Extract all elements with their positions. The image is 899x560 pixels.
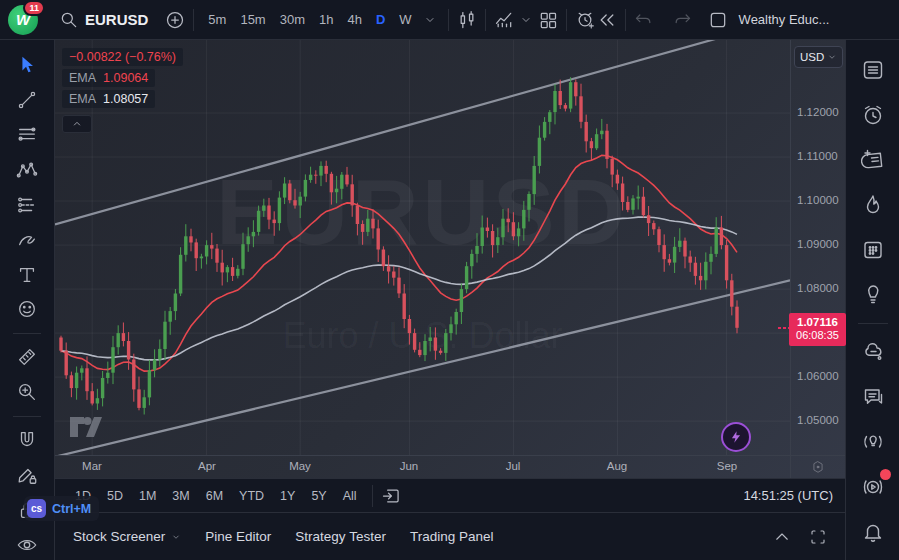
interval-1h[interactable]: 1h [312,8,340,31]
tradingview-logo-watermark [69,416,103,442]
shortcut-overlay: cs Ctrl+M [24,496,99,521]
fullscreen-icon[interactable] [807,526,829,548]
magnet-tool[interactable] [8,425,46,456]
currency-label: USD [800,51,824,63]
interval-1d[interactable]: D [369,8,392,31]
divider [485,9,486,31]
calendar-icon[interactable] [853,230,893,270]
range-5d[interactable]: 5D [99,486,131,506]
zoom-in-tool[interactable] [8,377,46,408]
symbol-search-button[interactable]: EURUSD [52,5,154,35]
streams-icon[interactable] [853,467,893,507]
text-tool[interactable] [8,259,46,290]
go-to-date-icon[interactable] [380,485,402,507]
notifications-bell-icon[interactable] [853,512,893,552]
journal-icon[interactable] [853,140,893,180]
range-1y[interactable]: 1Y [272,486,303,506]
interval-menu-chevron-icon[interactable] [419,9,441,31]
range-3m[interactable]: 3M [164,486,197,506]
tab-label: Trading Panel [410,529,494,544]
emoji-tool[interactable] [8,294,46,325]
ideas-lightbulb-icon[interactable] [853,275,893,315]
hide-drawings-tool[interactable] [8,529,46,560]
ema-slow-row[interactable]: EMA 1.08057 [62,90,155,108]
live-ideas-icon[interactable] [853,422,893,462]
tab-trading-panel[interactable]: Trading Panel [398,523,506,550]
divider [372,485,373,507]
interval-5m[interactable]: 5m [201,8,233,31]
range-all[interactable]: All [335,486,365,506]
extension-flash-badge[interactable] [721,422,751,452]
shortcut-text: Ctrl+M [52,502,91,516]
trend-line-tool[interactable] [8,85,46,116]
layout-grid-icon[interactable] [537,9,559,31]
chat-icon[interactable] [853,377,893,417]
chart-area[interactable]: EURUSD Euro / U.S. Dollar −0.00822 (−0.7… [55,40,845,478]
interval-4h[interactable]: 4h [340,8,368,31]
clock-utc[interactable]: 14:51:25 (UTC) [743,488,833,503]
panel-collapse-chevron-icon[interactable] [771,526,793,548]
currency-selector[interactable]: USD [794,46,843,68]
drawing-toolbar [0,40,55,560]
alerts-clock-icon[interactable] [853,95,893,135]
divider [13,416,41,417]
price-tick-label: 1.11000 [797,150,838,162]
tab-label: Strategy Tester [295,529,386,544]
range-6m[interactable]: 6M [198,486,231,506]
layout-name[interactable]: Wealthy Educ... [739,12,830,27]
month-tick-label: Aug [607,460,627,472]
cs-extension-badge: cs [27,499,46,518]
price-axis[interactable]: USD 1.050001.060001.070001.080001.090001… [790,40,845,455]
price-change-row[interactable]: −0.00822 (−0.76%) [62,48,183,66]
gear-icon [807,456,829,478]
watchlist-icon[interactable] [853,50,893,90]
ema-fast-label: EMA [69,71,96,85]
interval-1w[interactable]: W [392,8,418,31]
indicators-icon[interactable] [493,9,515,31]
notification-count-badge: 11 [23,0,45,16]
ema-fast-row[interactable]: EMA 1.09064 [62,69,155,87]
interval-30m[interactable]: 30m [273,8,312,31]
last-price-value: 1.07116 [789,315,846,329]
legend-collapse-button[interactable] [62,115,92,133]
symbol-name: EURUSD [85,11,148,28]
chart-style-candles-icon[interactable] [456,9,478,31]
range-1m[interactable]: 1M [131,486,164,506]
price-tick-label: 1.05000 [797,414,839,426]
search-icon [58,9,80,31]
price-tick-label: 1.09000 [797,238,839,250]
xabcd-pattern-tool[interactable] [8,155,46,186]
range-ytd[interactable]: YTD [231,486,272,506]
undo-icon[interactable] [633,9,655,31]
price-change-value: −0.00822 (−0.76%) [69,50,176,64]
save-layout-icon[interactable] [707,9,729,31]
minds-cloud-icon[interactable] [853,332,893,372]
create-alert-icon[interactable] [574,9,596,31]
prediction-tool[interactable] [8,189,46,220]
time-axis[interactable]: MarAprMayJunJulAugSep [55,455,790,478]
fib-retracement-tool[interactable] [8,120,46,151]
cursor-tool[interactable] [8,50,46,81]
tab-stock-screener[interactable]: Stock Screener [61,523,193,550]
interval-15m[interactable]: 15m [233,8,272,31]
tab-label: Stock Screener [73,529,165,544]
tradingview-app: W 11 EURUSD 5m 15m 30m 1h 4h D W [0,0,899,560]
tab-strategy-tester[interactable]: Strategy Tester [283,523,398,550]
month-tick-label: Jun [400,460,419,472]
measure-tool[interactable] [8,342,46,373]
axis-settings-corner[interactable] [790,455,845,478]
chart-legend: −0.00822 (−0.76%) EMA 1.09064 EMA 1.0805… [62,48,183,133]
compare-add-symbol-icon[interactable] [164,9,186,31]
hotlists-flame-icon[interactable] [853,185,893,225]
range-5y[interactable]: 5Y [303,486,334,506]
bar-replay-icon[interactable] [596,9,618,31]
drawing-lock-tool[interactable] [8,459,46,490]
top-toolbar: W 11 EURUSD 5m 15m 30m 1h 4h D W [0,0,899,40]
month-tick-label: Apr [198,460,216,472]
tab-pine-editor[interactable]: Pine Editor [193,523,283,550]
live-notification-dot [880,469,891,480]
brush-tool[interactable] [8,224,46,255]
indicators-menu-chevron-icon[interactable] [515,9,537,31]
broker-logo[interactable]: W 11 [8,5,38,35]
redo-icon[interactable] [671,9,693,31]
